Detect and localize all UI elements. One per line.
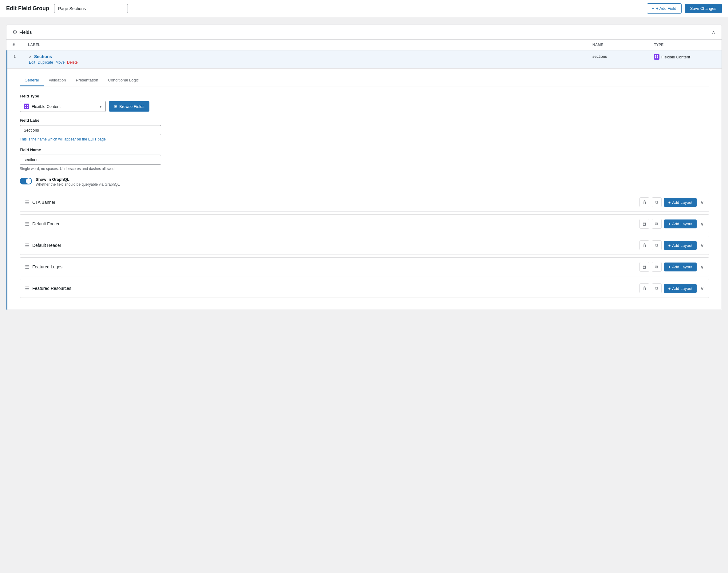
svg-rect-7 [27,107,28,108]
layout-expand-icon[interactable]: ∨ [700,221,704,227]
tab-presentation[interactable]: Presentation [71,75,103,86]
layout-expand-icon[interactable]: ∨ [700,264,704,270]
toggle-label-area: Show in GraphQL Whether the field should… [36,177,120,187]
select-chevron-icon: ▾ [100,104,102,109]
toggle-row: Show in GraphQL Whether the field should… [20,177,709,187]
layout-delete-button[interactable]: 🗑 [639,197,649,207]
svg-rect-1 [657,55,658,57]
graphql-toggle-label: Show in GraphQL [36,177,120,182]
field-type-select-inner: Flexible Content [24,104,61,109]
copy-icon: ⧉ [655,221,658,226]
layout-duplicate-button[interactable]: ⧉ [652,197,662,207]
copy-icon: ⧉ [655,200,658,205]
layout-item-left: ☰ Featured Logos [25,264,62,270]
layout-duplicate-button[interactable]: ⧉ [652,219,662,229]
top-bar-left: Edit Field Group [6,4,128,13]
tab-panel: General Validation Presentation Conditio… [7,68,722,310]
layout-item: ☰ CTA Banner 🗑 ⧉ + Add Layout ∨ [20,193,709,212]
copy-icon: ⧉ [655,243,658,248]
field-label-input[interactable] [20,125,161,135]
col-num: # [13,43,28,47]
layout-delete-button[interactable]: 🗑 [639,283,649,293]
add-field-button[interactable]: + + Add Field [647,3,682,13]
layout-list-icon: ☰ [25,221,29,227]
field-number: 1 [13,54,29,59]
graphql-toggle[interactable] [20,178,32,185]
svg-rect-0 [655,55,656,57]
plus-icon: + [668,265,671,269]
add-layout-label: Add Layout [672,286,692,291]
field-delete-link[interactable]: Delete [67,60,78,64]
layout-expand-icon[interactable]: ∨ [700,200,704,205]
add-layout-button[interactable]: + Add Layout [664,284,697,293]
layout-duplicate-button[interactable]: ⧉ [652,283,662,293]
collapse-icon[interactable]: ∧ [712,29,715,35]
plus-icon: + [668,200,671,205]
plus-icon: + [668,222,671,226]
add-layout-label: Add Layout [672,265,692,269]
field-label-name[interactable]: Sections [34,54,52,59]
layout-item-name: Default Header [32,243,61,248]
layout-duplicate-button[interactable]: ⧉ [652,241,662,250]
field-label-hint: This is the name which will appear on th… [20,137,709,142]
layout-item: ☰ Default Header 🗑 ⧉ + Add Layout ∨ [20,236,709,255]
add-layout-button[interactable]: + Add Layout [664,198,697,207]
group-name-input[interactable] [54,4,128,13]
layout-item-right: 🗑 ⧉ + Add Layout ∨ [639,283,704,293]
fields-gear-icon: ⚙ [13,29,17,35]
field-edit-link[interactable]: Edit [29,60,35,64]
layout-duplicate-button[interactable]: ⧉ [652,262,662,272]
chevron-up-icon[interactable]: ∧ [29,54,32,59]
layout-delete-button[interactable]: 🗑 [639,219,649,229]
layout-list-icon: ☰ [25,264,29,270]
layout-item-name: Featured Resources [32,286,71,291]
layout-item-left: ☰ CTA Banner [25,200,55,205]
field-move-link[interactable]: Move [56,60,64,64]
flexible-content-icon [654,54,660,60]
trash-icon: 🗑 [642,286,646,291]
field-row-main: 1 ∧ Sections Edit Duplicate Move Delete … [7,50,722,68]
layout-expand-icon[interactable]: ∨ [700,285,704,292]
field-duplicate-link[interactable]: Duplicate [38,60,53,64]
grid-icon: ⊞ [114,104,117,109]
save-changes-button[interactable]: Save Changes [685,4,722,13]
layout-list-icon: ☰ [25,200,29,205]
layout-item: ☰ Featured Resources 🗑 ⧉ + Add Layout ∨ [20,279,709,298]
add-layout-button[interactable]: + Add Layout [664,263,697,271]
browse-fields-button[interactable]: ⊞ Browse Fields [109,101,149,112]
browse-fields-label: Browse Fields [119,104,145,109]
layout-expand-icon[interactable]: ∨ [700,243,704,248]
field-type-text: Flexible Content [661,55,690,59]
field-type-select[interactable]: Flexible Content ▾ [20,101,106,112]
top-bar: Edit Field Group + + Add Field Save Chan… [0,0,728,17]
svg-rect-5 [27,105,28,106]
layout-delete-button[interactable]: 🗑 [639,241,649,250]
layout-item-name: Featured Logos [32,264,62,269]
col-name: Name [592,43,654,47]
add-layout-label: Add Layout [672,222,692,226]
trash-icon: 🗑 [642,221,646,226]
toggle-knob [26,178,31,184]
layout-item-right: 🗑 ⧉ + Add Layout ∨ [639,197,704,207]
field-name-input[interactable] [20,155,161,165]
tabs: General Validation Presentation Conditio… [20,75,709,86]
layout-delete-button[interactable]: 🗑 [639,262,649,272]
save-changes-label: Save Changes [690,6,716,11]
field-type-group: Field Type Flexible Content ▾ [20,94,709,112]
tab-validation[interactable]: Validation [44,75,71,86]
add-layout-button[interactable]: + Add Layout [664,219,697,228]
copy-icon: ⧉ [655,286,658,291]
fields-card-title: ⚙ Fields [13,29,32,35]
tab-conditional-logic[interactable]: Conditional Logic [103,75,144,86]
field-row: 1 ∧ Sections Edit Duplicate Move Delete … [6,50,722,310]
table-header: # Label Name Type [6,40,722,50]
add-field-label: + Add Field [656,6,676,11]
field-type-icon [24,104,29,109]
trash-icon: 🗑 [642,200,646,205]
graphql-toggle-desc: Whether the field should be queryable vi… [36,182,120,187]
add-layout-label: Add Layout [672,243,692,248]
field-label-area: ∧ Sections Edit Duplicate Move Delete [29,54,592,64]
fields-card: ⚙ Fields ∧ # Label Name Type 1 ∧ Section… [6,24,722,310]
tab-general[interactable]: General [20,75,44,86]
add-layout-button[interactable]: + Add Layout [664,241,697,250]
